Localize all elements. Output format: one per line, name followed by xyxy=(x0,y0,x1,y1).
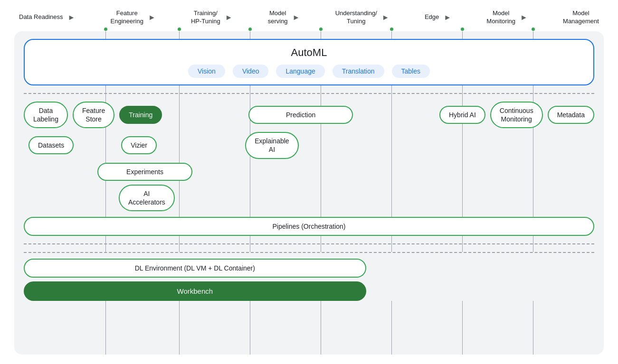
arrow-icon: ► xyxy=(444,13,451,22)
pipeline-step-feature-engineering: FeatureEngineering ► xyxy=(111,9,156,26)
dashed-divider-2 xyxy=(24,243,594,244)
pill-training[interactable]: Training xyxy=(119,106,162,124)
pill-datasets[interactable]: Datasets xyxy=(29,136,74,154)
pipeline-step-model-management: ModelManagement xyxy=(563,9,599,26)
pipeline-header: Data Readiness ► FeatureEngineering ► Tr… xyxy=(14,9,604,26)
automl-chip-language[interactable]: Language xyxy=(276,65,324,78)
automl-chips: Vision Video Language Translation Tables xyxy=(34,65,584,78)
automl-title: AutoML xyxy=(34,47,584,59)
pill-vizier[interactable]: Vizier xyxy=(121,136,157,154)
pill-ai-accelerators[interactable]: AIAccelerators xyxy=(119,185,175,211)
arrow-icon: ► xyxy=(68,13,76,22)
arrow-icon: ► xyxy=(225,13,233,22)
automl-section: AutoML Vision Video Language Translation… xyxy=(24,39,594,85)
pill-pipelines[interactable]: Pipelines (Orchestration) xyxy=(24,217,594,236)
row-4: AIAccelerators xyxy=(24,185,594,211)
pill-feature-store[interactable]: FeatureStore xyxy=(73,102,114,128)
pipeline-step-edge: Edge ► xyxy=(425,13,451,22)
pipeline-step-training: Training/HP-Tuning ► xyxy=(191,9,233,26)
pill-experiments[interactable]: Experiments xyxy=(97,163,192,181)
pipelines-row: Pipelines (Orchestration) xyxy=(24,217,594,236)
pill-metadata[interactable]: Metadata xyxy=(548,106,594,124)
pill-dl-environment[interactable]: DL Environment (DL VM + DL Container) xyxy=(24,259,366,278)
pipeline-step-understanding: Understanding/Tuning ► xyxy=(335,9,390,26)
pill-hybrid-ai[interactable]: Hybrid AI xyxy=(439,106,485,124)
bottom-section: DL Environment (DL VM + DL Container) Wo… xyxy=(24,252,594,301)
automl-chip-tables[interactable]: Tables xyxy=(392,65,430,78)
row-2: Datasets Vizier ExplainableAI xyxy=(24,132,594,159)
pipeline-step-model-monitoring: ModelMonitoring ► xyxy=(486,9,528,26)
dashed-divider-1 xyxy=(24,93,594,94)
pill-prediction[interactable]: Prediction xyxy=(248,106,353,124)
automl-chip-video[interactable]: Video xyxy=(233,65,269,78)
main-items-row: DataLabeling FeatureStore Training Predi… xyxy=(24,102,594,128)
arrow-icon: ► xyxy=(382,13,390,22)
row-3: Experiments xyxy=(24,163,594,181)
automl-chip-translation[interactable]: Translation xyxy=(333,65,384,78)
automl-chip-vision[interactable]: Vision xyxy=(188,65,225,78)
pill-explainable-ai[interactable]: ExplainableAI xyxy=(245,132,298,159)
pill-continuous-monitoring[interactable]: ContinuousMonitoring xyxy=(490,102,543,128)
diagram-outer: AutoML Vision Video Language Translation… xyxy=(14,31,604,355)
pipeline-step-model-serving: Modelserving ► xyxy=(268,9,300,26)
pipeline-step-data-readiness: Data Readiness ► xyxy=(19,13,75,22)
arrow-icon: ► xyxy=(148,13,156,22)
pill-workbench[interactable]: Workbench xyxy=(24,281,366,301)
middle-section: DataLabeling FeatureStore Training Predi… xyxy=(24,102,594,236)
pill-data-labeling[interactable]: DataLabeling xyxy=(24,102,68,128)
arrow-icon: ► xyxy=(520,13,528,22)
arrow-icon: ► xyxy=(293,13,300,22)
main-container: Data Readiness ► FeatureEngineering ► Tr… xyxy=(0,0,618,364)
